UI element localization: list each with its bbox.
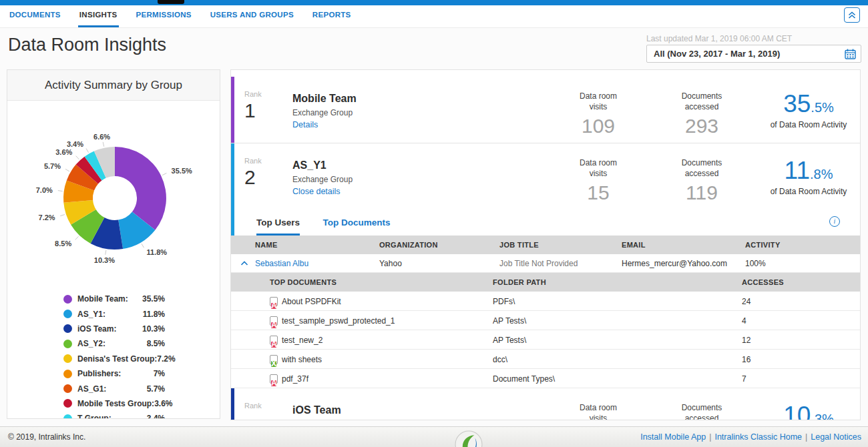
group-rank-2: Rank 2 AS_Y1 Exchange Group Close detail…	[231, 143, 860, 388]
legend-color-dot	[63, 370, 72, 378]
document-row: with sheets dcc\ 16	[231, 350, 860, 369]
document-row: test_sample_pswd_protected_1 AP Tests\ 4	[231, 311, 860, 330]
docs-accessed-label: Documents accessed	[675, 158, 728, 179]
legend-color-dot	[63, 310, 72, 318]
intralinks-classic-home-link[interactable]: Intralinks Classic Home	[714, 432, 802, 442]
legend-value: 7%	[154, 369, 165, 378]
legend-item[interactable]: Mobile Tests Group:3.6%	[63, 396, 165, 411]
info-icon[interactable]	[829, 216, 840, 227]
top-notch	[158, 0, 184, 4]
nav-tab-insights[interactable]: INSIGHTS	[78, 11, 119, 27]
legend-color-dot	[63, 414, 72, 419]
docs-accessed-label: Documents accessed	[675, 91, 728, 112]
docs-accessed-label: Documents accessed	[675, 403, 728, 420]
tab-top-documents[interactable]: Top Documents	[322, 217, 390, 236]
document-row: About PSPDFKit PDFs\ 24	[231, 292, 860, 311]
document-icon	[270, 355, 278, 364]
legend-label: AS_Y1:	[77, 310, 105, 319]
link-separator: |	[805, 432, 807, 442]
label-leader-line	[162, 173, 166, 175]
legend-item[interactable]: Denisa's Test Group:7.2%	[63, 352, 165, 366]
col-organization: ORGANIZATION	[379, 241, 438, 249]
document-folder-path: AP Tests\	[493, 316, 526, 326]
legend-value: 35.5%	[142, 294, 165, 304]
nav-tab-reports[interactable]: REPORTS	[311, 11, 353, 27]
label-leader-line	[76, 156, 79, 159]
document-accesses: 16	[742, 355, 750, 364]
legend-value: 11.8%	[143, 310, 165, 319]
col-folder-path: FOLDER PATH	[493, 278, 546, 286]
document-icon	[270, 316, 278, 326]
document-accesses: 24	[742, 297, 750, 306]
legend-value: 3.6%	[154, 399, 172, 408]
page-title: Data Room Insights	[8, 35, 166, 55]
label-leader-line	[142, 244, 144, 248]
label-leader-line	[105, 250, 106, 255]
legend-item[interactable]: Publishers:7%	[63, 366, 165, 381]
tab-top-users[interactable]: Top Users	[256, 217, 300, 236]
document-folder-path: AP Tests\	[493, 336, 526, 345]
legend-label: Denisa's Test Group:	[77, 354, 157, 364]
visits-value: 15	[562, 181, 635, 204]
nav-tab-users-and-groups[interactable]: USERS AND GROUPS	[209, 11, 295, 27]
document-name: test_sample_pswd_protected_1	[282, 316, 395, 326]
legend-item[interactable]: Mobile Team:35.5%	[63, 292, 165, 306]
legend-item[interactable]: iOS Team:10.3%	[63, 322, 165, 336]
legend-color-dot	[63, 324, 72, 333]
slice-percentage-label: 35.5%	[172, 167, 192, 175]
legend-value: 5.7%	[147, 384, 165, 394]
details-link[interactable]: Details	[292, 120, 357, 129]
legend-item[interactable]: T Group:3.4%	[63, 411, 165, 419]
close-details-link[interactable]: Close details	[292, 187, 353, 196]
legend-value: 10.3%	[142, 324, 165, 334]
group-name: AS_Y1	[292, 159, 353, 171]
donut-slice[interactable]	[115, 147, 166, 230]
legend-item[interactable]: AS_Y2:8.5%	[63, 336, 165, 351]
legend-color-dot	[63, 340, 72, 348]
visits-label: Data room visits	[575, 91, 622, 112]
legend-color-dot	[63, 354, 72, 363]
legend-label: AS_Y2:	[77, 339, 105, 348]
document-accesses: 7	[742, 374, 746, 384]
install-mobile-app-link[interactable]: Install Mobile App	[640, 432, 706, 442]
date-range-filter[interactable]: All (Nov 23, 2017 - Mar 1, 2019)	[646, 45, 861, 63]
user-name-link[interactable]: Sebastian Albu	[255, 259, 308, 268]
user-job-title: Job Title Not Provided	[499, 259, 578, 268]
legend-color-dot	[63, 295, 72, 304]
calendar-icon[interactable]	[845, 49, 856, 59]
docs-accessed-value: 119	[665, 181, 738, 204]
detail-tabs: Top Users Top Documents	[231, 207, 860, 236]
copyright-text: © 2019, Intralinks Inc.	[8, 432, 85, 442]
activity-percent: 10	[783, 402, 811, 420]
document-row: pdf_37f Document Types\ 7	[231, 369, 860, 388]
document-name: About PSPDFKit	[282, 297, 341, 306]
activity-percent-fraction: .3%	[811, 412, 833, 420]
double-chevron-up-icon	[847, 11, 857, 19]
label-leader-line	[65, 169, 69, 171]
date-range-value: All (Nov 23, 2017 - Mar 1, 2019)	[654, 49, 780, 59]
legend-value: 8.5%	[147, 339, 165, 348]
collapse-panel-button[interactable]	[844, 7, 860, 23]
collapse-row-icon[interactable]	[240, 260, 248, 266]
visits-value: 109	[562, 115, 635, 137]
activity-donut-chart: 35.5%11.8%10.3%8.5%7.2%7.0%5.7%3.6%3.4%6…	[7, 101, 220, 268]
nav-tab-permissions[interactable]: PERMISSIONS	[135, 11, 193, 27]
legend-value: 3.4%	[147, 414, 165, 419]
activity-summary-panel: Activity Summary by Group 35.5%11.8%10.3…	[7, 69, 220, 419]
group-rank-3: Rank iOS Team Data room visits Documents…	[231, 388, 860, 420]
label-leader-line	[86, 149, 89, 153]
legend-label: Publishers:	[77, 369, 121, 378]
group-rank-1: Rank 1 Mobile Team Exchange Group Detail…	[231, 77, 860, 143]
docs-accessed-value: 293	[665, 115, 738, 137]
legend-label: T Group:	[77, 414, 112, 419]
last-updated-text: Last updated Mar 1, 2019 06:00 AM CET	[646, 34, 861, 43]
nav-tab-documents[interactable]: DOCUMENTS	[8, 11, 62, 27]
col-accesses: ACCESSES	[742, 278, 784, 286]
slice-percentage-label: 6.6%	[93, 133, 110, 141]
legend-item[interactable]: AS_G1:5.7%	[63, 381, 165, 396]
legend-item[interactable]: AS_Y1:11.8%	[63, 306, 165, 321]
label-leader-line	[60, 215, 65, 216]
rank-label: Rank	[244, 157, 262, 165]
legal-notices-link[interactable]: Legal Notices	[811, 432, 861, 442]
top-blue-bar	[0, 0, 868, 5]
